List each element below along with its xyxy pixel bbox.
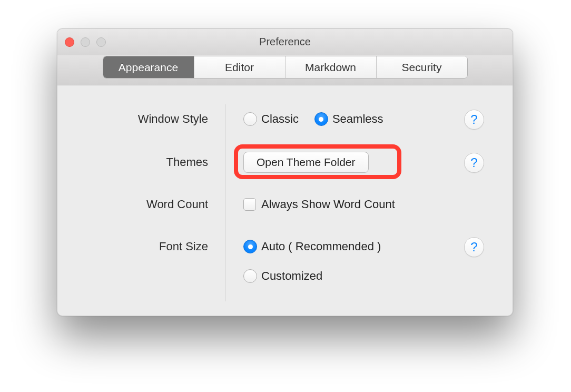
row-font-customized: Customized xyxy=(243,262,484,290)
row-window-style: Classic Seamless ? xyxy=(243,105,484,133)
radio-icon xyxy=(243,112,257,126)
tab-security[interactable]: Security xyxy=(377,56,467,78)
radio-classic[interactable]: Classic xyxy=(243,112,299,126)
row-themes: Open Theme Folder ? xyxy=(243,149,484,176)
checkbox-icon xyxy=(243,198,256,211)
label-window-style: Window Style xyxy=(77,105,208,133)
tab-appearance[interactable]: Appearance xyxy=(103,56,194,78)
checkbox-always-show-word-count[interactable]: Always Show Word Count xyxy=(243,198,395,211)
tab-editor[interactable]: Editor xyxy=(194,56,286,78)
label-font-size: Font Size xyxy=(77,233,208,260)
controls-column: Classic Seamless ? Open Theme Folder ? xyxy=(243,104,484,301)
radio-font-customized[interactable]: Customized xyxy=(243,269,322,283)
row-font-size: Auto ( Recommended ) ? xyxy=(243,233,484,260)
radio-label: Seamless xyxy=(332,112,383,126)
window-title: Preference xyxy=(57,36,513,48)
help-window-style[interactable]: ? xyxy=(464,110,484,130)
help-font-size[interactable]: ? xyxy=(464,237,484,257)
preference-window: Preference Appearance Editor Markdown Se… xyxy=(57,28,513,316)
label-themes: Themes xyxy=(77,149,208,176)
radio-seamless[interactable]: Seamless xyxy=(314,112,383,126)
radio-font-auto[interactable]: Auto ( Recommended ) xyxy=(243,240,381,253)
radio-icon xyxy=(243,269,257,283)
content-area: Window Style Themes Word Count Font Size… xyxy=(57,85,513,316)
labels-column: Window Style Themes Word Count Font Size xyxy=(77,104,225,301)
tab-bar: Appearance Editor Markdown Security xyxy=(103,56,468,79)
open-theme-folder-button[interactable]: Open Theme Folder xyxy=(243,152,369,173)
radio-icon xyxy=(314,112,328,126)
label-word-count: Word Count xyxy=(77,191,208,218)
radio-label: Auto ( Recommended ) xyxy=(261,240,381,253)
titlebar: Preference xyxy=(57,29,513,55)
radio-label: Classic xyxy=(261,112,299,126)
toolbar: Appearance Editor Markdown Security xyxy=(57,55,513,85)
checkbox-label: Always Show Word Count xyxy=(261,198,395,211)
radio-icon xyxy=(243,240,257,253)
help-themes[interactable]: ? xyxy=(464,153,484,173)
tab-markdown[interactable]: Markdown xyxy=(286,56,377,78)
row-word-count: Always Show Word Count xyxy=(243,191,484,218)
radio-label: Customized xyxy=(261,269,322,283)
